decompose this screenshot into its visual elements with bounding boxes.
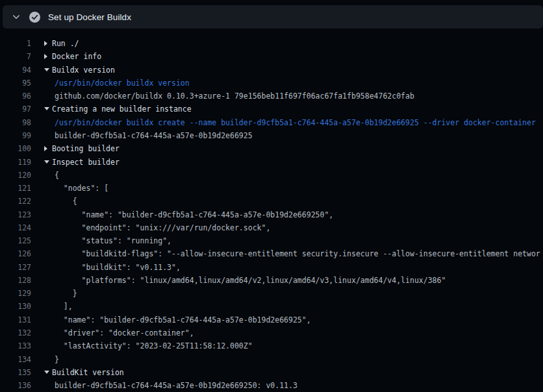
log-line-row: 133 "lastActivity": "2023-02-25T11:58:12… — [0, 339, 543, 352]
log-output-text: "endpoint": "unix:///var/run/docker.sock… — [44, 223, 270, 232]
log-line-row: 130 ], — [0, 300, 543, 313]
group-title: Buildx version — [52, 66, 115, 75]
log-group-row: 100Booting builder — [0, 142, 543, 155]
log-line-row: 124 "endpoint": "unix:///var/run/docker.… — [0, 221, 543, 234]
log-output-text: "driver": "docker-container", — [44, 328, 194, 337]
check-circle-icon — [29, 12, 40, 23]
line-number[interactable]: 95 — [0, 79, 31, 88]
log-group-header[interactable]: Buildx version — [44, 66, 115, 75]
line-number[interactable]: 121 — [0, 184, 31, 193]
log-output-text: builder-d9cfb5a1-c764-445a-a57e-0b19d2e6… — [44, 131, 253, 140]
caret-right-icon — [44, 144, 52, 153]
log-line-row: 120{ — [0, 169, 543, 182]
line-number[interactable]: 119 — [0, 158, 31, 167]
log-output-text: "buildkitd-flags": "--allow-insecure-ent… — [44, 249, 540, 258]
line-number[interactable]: 133 — [0, 341, 31, 350]
log-line-row: 127 "buildkit": "v0.11.3", — [0, 261, 543, 274]
group-title: BuildKit version — [52, 368, 124, 377]
line-number[interactable]: 127 — [0, 263, 31, 272]
line-number[interactable]: 128 — [0, 276, 31, 285]
log-line-row: 99builder-d9cfb5a1-c764-445a-a57e-0b19d2… — [0, 129, 543, 142]
caret-down-icon — [44, 368, 52, 377]
log-output-text: ], — [44, 302, 73, 311]
step-title: Set up Docker Buildx — [48, 12, 131, 22]
line-number[interactable]: 94 — [0, 66, 31, 75]
log-line-row: 128 "platforms": "linux/amd64,linux/amd6… — [0, 274, 543, 287]
line-number[interactable]: 129 — [0, 289, 31, 298]
log-group-header[interactable]: Run ./ — [44, 39, 79, 48]
group-title: Inspect builder — [52, 158, 120, 167]
log-line-row: 129 } — [0, 287, 543, 300]
line-number[interactable]: 100 — [0, 144, 31, 153]
group-title: Docker info — [52, 52, 101, 61]
log-group-header[interactable]: BuildKit version — [44, 368, 124, 377]
log-output-text: builder-d9cfb5a1-c764-445a-a57e-0b19d2e6… — [44, 381, 297, 390]
log-output-text: { — [44, 171, 59, 180]
line-number[interactable]: 7 — [0, 52, 31, 61]
log-output-text: "nodes": [ — [44, 184, 108, 193]
step-header[interactable]: Set up Docker Buildx — [3, 5, 543, 29]
line-number[interactable]: 136 — [0, 381, 31, 390]
line-number[interactable]: 1 — [0, 39, 31, 48]
log-line-row: 121 "nodes": [ — [0, 182, 543, 195]
group-title: Creating a new builder instance — [52, 104, 192, 114]
log-group-row: 119Inspect builder — [0, 155, 543, 168]
log-line-row: 132 "driver": "docker-container", — [0, 326, 543, 339]
log-output-text: "status": "running", — [44, 236, 171, 245]
log-line-row: 125 "status": "running", — [0, 234, 543, 247]
line-number[interactable]: 135 — [0, 368, 31, 377]
log-group-row: 1Run ./ — [0, 37, 543, 50]
line-number[interactable]: 98 — [0, 118, 31, 127]
log-line-row: 122 { — [0, 195, 543, 208]
log-line-row: 134} — [0, 352, 543, 365]
log-line-row: 126 "buildkitd-flags": "--allow-insecure… — [0, 247, 543, 260]
log-output-text: } — [44, 289, 77, 298]
caret-right-icon — [44, 39, 52, 48]
line-number[interactable]: 99 — [0, 131, 31, 140]
line-number[interactable]: 124 — [0, 223, 31, 232]
line-number[interactable]: 125 — [0, 236, 31, 245]
log-group-header[interactable]: Creating a new builder instance — [44, 104, 192, 114]
log-output-text: "name": "builder-d9cfb5a1-c764-445a-a57e… — [44, 210, 333, 219]
log-line-row: 96github.com/docker/buildx 0.10.3+azure-… — [0, 90, 543, 103]
log-lines: 1Run ./7Docker info94Buildx version95/us… — [0, 37, 543, 392]
line-number[interactable]: 126 — [0, 249, 31, 258]
log-output-text: "platforms": "linux/amd64,linux/amd64/v2… — [44, 276, 446, 285]
log-group-header[interactable]: Booting builder — [44, 144, 120, 153]
log-group-row: 97Creating a new builder instance — [0, 103, 543, 116]
caret-down-icon — [44, 66, 52, 75]
log-line-row: 131 "name": "builder-d9cfb5a1-c764-445a-… — [0, 313, 543, 326]
line-number[interactable]: 97 — [0, 104, 31, 114]
group-title: Booting builder — [52, 144, 120, 153]
line-number[interactable]: 123 — [0, 210, 31, 219]
log-command-text: /usr/bin/docker buildx create --name bui… — [44, 118, 536, 127]
chevron-down-icon[interactable] — [12, 12, 21, 21]
line-number[interactable]: 96 — [0, 92, 31, 101]
caret-down-icon — [44, 104, 52, 114]
log-line-row: 95/usr/bin/docker buildx version — [0, 77, 543, 90]
log-output-text: { — [44, 197, 77, 206]
log-group-header[interactable]: Inspect builder — [44, 158, 120, 167]
log-output-text: "buildkit": "v0.11.3", — [44, 263, 181, 272]
log-group-header[interactable]: Docker info — [44, 52, 101, 61]
log-group-row: 135BuildKit version — [0, 366, 543, 379]
log-line-row: 98/usr/bin/docker buildx create --name b… — [0, 116, 543, 129]
line-number[interactable]: 132 — [0, 328, 31, 337]
line-number[interactable]: 130 — [0, 302, 31, 311]
log-command-text: /usr/bin/docker buildx version — [44, 79, 190, 88]
caret-right-icon — [44, 52, 52, 61]
caret-down-icon — [44, 158, 52, 167]
log-line-row: 123 "name": "builder-d9cfb5a1-c764-445a-… — [0, 208, 543, 221]
group-title: Run ./ — [52, 39, 79, 48]
log-output-text: "lastActivity": "2023-02-25T11:58:12.000… — [44, 341, 253, 350]
line-number[interactable]: 131 — [0, 315, 31, 325]
log-output-text: github.com/docker/buildx 0.10.3+azure-1 … — [44, 92, 414, 101]
log-group-row: 94Buildx version — [0, 64, 543, 77]
line-number[interactable]: 122 — [0, 197, 31, 206]
line-number[interactable]: 134 — [0, 355, 31, 364]
log-line-row: 136builder-d9cfb5a1-c764-445a-a57e-0b19d… — [0, 379, 543, 392]
log-group-row: 7Docker info — [0, 50, 543, 63]
line-number[interactable]: 120 — [0, 171, 31, 180]
log-output-text: } — [44, 355, 59, 364]
log-output-text: "name": "builder-d9cfb5a1-c764-445a-a57e… — [44, 315, 311, 325]
